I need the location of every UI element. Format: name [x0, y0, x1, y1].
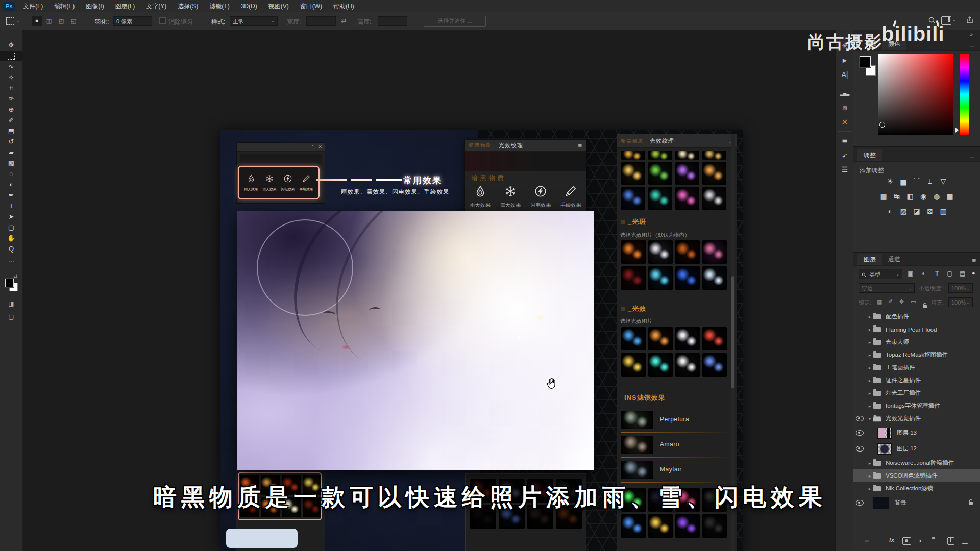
layer-row[interactable]: 图层 12 [853, 441, 980, 457]
effect-thumbnail[interactable] [702, 151, 726, 160]
filter-thumbnail[interactable] [621, 411, 653, 429]
link-layers-icon[interactable]: ∞ [865, 537, 869, 544]
lock-position-icon[interactable]: ✥ [899, 298, 904, 305]
layer-row[interactable]: ▾光效光斑插件 [853, 412, 980, 425]
move-tool[interactable]: ✥ [0, 40, 22, 51]
layers-panel-menu-icon[interactable]: ≡ [972, 257, 976, 264]
effect-bolt[interactable]: 闪电效果 [530, 185, 551, 209]
effect-thumbnail[interactable] [648, 162, 672, 185]
selection-mode-add-button[interactable]: ◫ [44, 16, 54, 26]
pen-tool[interactable]: ✒ [0, 190, 22, 201]
effect-thumbnail[interactable] [702, 240, 727, 264]
adjustment-layer-icon[interactable]: ◑ [918, 537, 922, 544]
layer-row[interactable]: ▸配色插件 [853, 310, 980, 323]
visibility-toggle[interactable] [853, 374, 866, 387]
menu-item-5[interactable]: 选择(S) [172, 0, 204, 12]
airbrush-panel-icon[interactable]: ➶ [836, 148, 854, 162]
effect-thumbnail[interactable] [675, 240, 700, 264]
plugin-panel-icon[interactable]: ✕ [836, 115, 854, 129]
color-panel-menu-icon[interactable]: ≡ [970, 41, 974, 49]
close-icon[interactable]: ✕ [318, 144, 322, 149]
new-layer-icon[interactable] [947, 537, 954, 545]
disclosure-triangle[interactable]: ▸ [866, 404, 873, 409]
effect-thumbnail[interactable] [702, 187, 726, 210]
filter-shape-layers-icon[interactable]: ▢ [947, 270, 952, 277]
ins-filter-row[interactable]: Perpetura [619, 410, 734, 435]
layer-row[interactable]: 图层 13 [853, 425, 980, 441]
width-input[interactable] [306, 16, 336, 26]
effect-pencil[interactable]: 手绘效果 [299, 174, 314, 192]
gradient-tool[interactable]: ▩ [0, 158, 22, 168]
tab-adjustments[interactable]: 调整 [857, 149, 882, 161]
effect-thumbnail[interactable] [702, 327, 727, 350]
curves-icon[interactable]: ⌒ [910, 177, 923, 186]
effect-thumbnail[interactable] [675, 162, 699, 185]
tab-layers[interactable]: 图层 [857, 254, 882, 265]
visibility-toggle[interactable] [853, 469, 866, 482]
shape-tool[interactable]: ▢ [0, 222, 22, 233]
effect-thumbnail[interactable] [675, 327, 700, 350]
filter-adjustment-layers-icon[interactable]: ◐ [922, 270, 925, 277]
brush-tool[interactable]: ✐ [0, 115, 22, 126]
filter-smart-objects-icon[interactable]: ▤ [960, 270, 965, 277]
ins-filter-row[interactable]: Mayfair [619, 460, 734, 485]
brush-settings-panel-icon[interactable]: ≣ [836, 134, 854, 148]
brightness-contrast-icon[interactable]: ☀ [884, 177, 897, 185]
lock-transparency-icon[interactable]: ▦ [877, 298, 882, 305]
effect-thumbnail[interactable] [675, 187, 699, 210]
effect-thumbnail[interactable] [675, 353, 700, 377]
effect-drop[interactable]: 雨天效果 [470, 185, 491, 209]
effect-thumbnail[interactable] [675, 514, 700, 538]
healing-brush-tool[interactable]: ⊕ [0, 104, 22, 115]
menu-item-4[interactable]: 文字(Y) [140, 0, 172, 12]
photo-filter-icon[interactable]: ◉ [917, 192, 930, 201]
menu-item-6[interactable]: 滤镜(T) [204, 0, 235, 12]
visibility-toggle[interactable] [853, 425, 866, 441]
visibility-toggle[interactable] [853, 399, 866, 412]
foreground-color-swatch[interactable] [5, 279, 14, 287]
selection-mode-new-button[interactable]: ■ [32, 16, 42, 26]
character-panel-icon[interactable]: A| [836, 67, 854, 82]
feather-input[interactable]: 0 像素 [113, 16, 152, 26]
layer-row[interactable]: ▸光束大师 [853, 336, 980, 348]
tool-preset-icon[interactable] [6, 17, 14, 25]
collapse-panels-icon[interactable]: » [970, 32, 973, 37]
swap-colors-icon[interactable]: ⇄ [13, 273, 17, 279]
lock-pixels-icon[interactable]: ✐ [888, 298, 893, 305]
delete-layer-icon[interactable] [962, 537, 968, 544]
filter-thumbnail[interactable] [621, 436, 653, 454]
tab-channels[interactable]: 通道 [882, 254, 906, 265]
invert-icon[interactable]: ◐ [884, 207, 897, 215]
menu-item-3[interactable]: 图层(L) [110, 0, 141, 12]
black-white-icon[interactable]: ◧ [903, 192, 917, 201]
style-select[interactable]: 正常⌄ [230, 16, 278, 26]
clone-stamp-tool[interactable]: ⬒ [0, 126, 22, 136]
plugin-window-middle[interactable]: 暗黑物质 光效纹理 ≡ 暗黑物质 雨天效果雪天效果闪电效果手绘效果 [464, 139, 586, 213]
channel-mixer-icon[interactable]: ◍ [930, 192, 943, 201]
selection-mode-intersect-button[interactable]: ◱ [68, 16, 79, 26]
disclosure-triangle[interactable]: ▸ [866, 378, 873, 383]
effect-thumbnail[interactable] [675, 151, 699, 160]
menu-item-10[interactable]: 帮助(H) [328, 0, 360, 12]
visibility-toggle[interactable] [853, 412, 866, 425]
ins-filter-row[interactable]: Amaro [619, 435, 734, 460]
layer-filter-toggle[interactable]: ● [972, 270, 975, 276]
visibility-toggle[interactable] [853, 361, 866, 374]
visibility-toggle[interactable] [853, 336, 866, 348]
histogram-panel-icon[interactable]: ▂▅▃ [836, 86, 854, 101]
effect-drop[interactable]: 雨天效果 [243, 174, 259, 192]
layer-row[interactable]: ▸fontags字体管理插件 [853, 399, 980, 412]
history-brush-tool[interactable]: ↺ [0, 136, 22, 147]
menu-item-2[interactable]: 图像(I) [80, 0, 109, 12]
height-input[interactable] [378, 16, 407, 26]
hue-slider[interactable] [960, 54, 969, 135]
actions-panel-icon[interactable]: ▶ [836, 53, 854, 67]
adjustments-panel-menu-icon[interactable]: ≡ [970, 152, 974, 160]
hand-tool[interactable]: ✋ [0, 233, 22, 243]
menu-item-9[interactable]: 窗口(W) [295, 0, 328, 12]
exposure-icon[interactable]: ± [923, 177, 937, 185]
workspace-chevron-icon[interactable]: ⌄ [952, 18, 956, 22]
preset-chevron-icon[interactable]: ⌄ [16, 18, 20, 23]
effect-thumbnail[interactable] [621, 514, 646, 538]
crop-tool[interactable]: ⌗ [0, 83, 22, 93]
